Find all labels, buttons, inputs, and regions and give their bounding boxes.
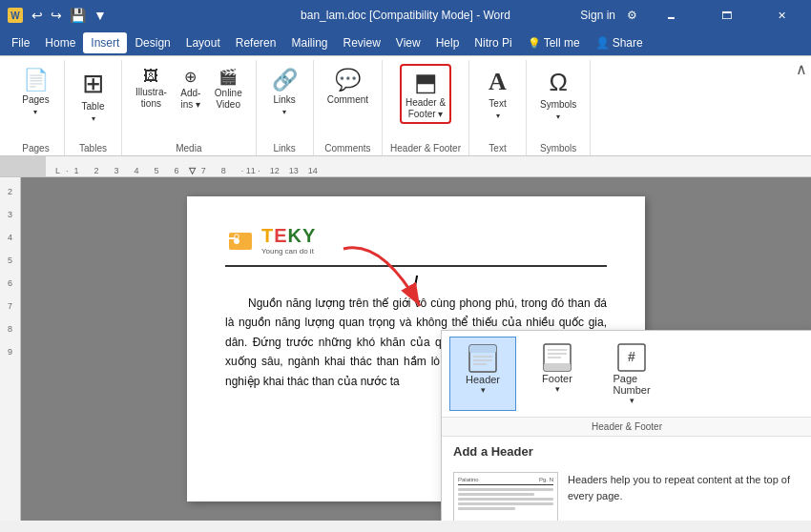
pages-group-label: Pages — [22, 143, 49, 155]
preview-page-num: Pg. N — [539, 477, 553, 482]
page-heading: I — [225, 273, 607, 288]
symbols-button[interactable]: Ω Symbols▾ — [534, 64, 582, 126]
ruler-11: · 11 · — [241, 166, 260, 175]
header-footer-dropdown: Header ▾ Footer ▾ # PageNumb — [441, 330, 811, 521]
menu-home[interactable]: Home — [37, 32, 83, 53]
vruler-5: 5 — [8, 256, 12, 265]
page-number-arrow: ▾ — [630, 396, 634, 405]
hf-group-label: Header & Footer — [390, 143, 461, 155]
hf-items: ⬒ Header &Footer ▾ — [400, 60, 451, 143]
pages-button[interactable]: 📄 Pages▾ — [16, 64, 54, 121]
footer-option-icon — [542, 342, 572, 373]
menu-review[interactable]: Review — [335, 32, 387, 53]
ribbon-group-comments: 💬 Comment Comments — [314, 60, 383, 155]
text-icon: A — [489, 68, 507, 96]
header-preview-image: Palatino Pg. N — [453, 472, 558, 521]
menu-design[interactable]: Design — [127, 32, 177, 53]
dropdown-description-area: Palatino Pg. N Headers help you to r — [442, 462, 811, 521]
text-group-label: Text — [489, 143, 506, 155]
teky-name: TEKY Young can do it — [261, 225, 316, 256]
save-button[interactable]: 💾 — [67, 8, 89, 23]
illustrations-group-label: Media — [176, 143, 201, 155]
menu-file[interactable]: File — [4, 32, 37, 53]
comment-button[interactable]: 💬 Comment — [322, 64, 374, 110]
links-items: 🔗 Links▾ — [265, 60, 303, 143]
menu-insert[interactable]: Insert — [83, 32, 127, 53]
teky-k: K — [288, 225, 302, 246]
comments-items: 💬 Comment — [322, 60, 374, 143]
menu-nitro[interactable]: Nitro Pi — [467, 32, 519, 53]
ruler-left-margin — [0, 156, 46, 177]
add-ins-label: Add-ins ▾ — [180, 88, 200, 111]
add-ins-button[interactable]: ⊕ Add-ins ▾ — [175, 64, 207, 114]
dropdown-desc-short: Headers help you to repeat content at th… — [568, 472, 801, 503]
preview-line-5 — [458, 507, 515, 510]
online-video-label: OnlineVideo — [215, 88, 242, 111]
ruler-5: 5 — [155, 166, 159, 175]
footer-option-arrow: ▾ — [555, 384, 560, 394]
menu-share[interactable]: 👤 Share — [588, 32, 651, 53]
svg-text:#: # — [628, 349, 635, 364]
pages-items: 📄 Pages▾ — [16, 60, 54, 143]
ruler-14: 14 — [308, 166, 318, 175]
tables-items: ⊞ Table▾ — [74, 60, 113, 143]
menu-mailing[interactable]: Mailing — [283, 32, 335, 53]
menu-view[interactable]: View — [388, 32, 428, 53]
vruler-3: 3 — [8, 210, 12, 219]
header-footer-label: Header &Footer ▾ — [406, 97, 446, 120]
header-option-arrow: ▾ — [481, 385, 486, 395]
teky-e: E — [274, 225, 287, 246]
symbols-group-label: Symbols — [540, 143, 576, 155]
svg-rect-0 — [229, 233, 252, 250]
text-button[interactable]: A Text▾ — [479, 64, 517, 125]
header-footer-button[interactable]: ⬒ Header &Footer ▾ — [400, 64, 451, 124]
symbols-label: Symbols▾ — [540, 99, 576, 122]
dropdown-title: Add a Header — [442, 437, 811, 462]
close-button[interactable]: ✕ — [759, 0, 803, 31]
table-label: Table▾ — [82, 101, 105, 124]
ruler-dot: · — [66, 166, 69, 175]
pages-icon: 📄 — [23, 68, 49, 92]
table-button[interactable]: ⊞ Table▾ — [74, 64, 113, 128]
preview-header-line: Palatino Pg. N — [458, 477, 553, 485]
page-number-option[interactable]: # PageNumber ▾ — [598, 337, 665, 411]
footer-option-label: Footer — [542, 373, 572, 384]
ruler-12: 12 — [270, 166, 280, 175]
undo-button[interactable]: ↩ — [29, 8, 46, 23]
online-video-button[interactable]: 🎬 OnlineVideo — [209, 64, 248, 114]
dropdown-text-area: Headers help you to repeat content at th… — [568, 472, 801, 521]
header-option[interactable]: Header ▾ — [449, 337, 516, 411]
vruler-7: 7 — [8, 301, 12, 311]
ruler-1: 1 — [74, 166, 79, 175]
menu-help[interactable]: Help — [428, 32, 468, 53]
vruler-4: 4 — [8, 233, 12, 242]
preview-line-1 — [458, 488, 553, 491]
preview-line-4 — [458, 502, 553, 505]
footer-option[interactable]: Footer ▾ — [524, 337, 591, 411]
menu-tell-me[interactable]: 💡 Tell me — [520, 32, 588, 53]
menu-references[interactable]: Referen — [228, 32, 284, 53]
customize-button[interactable]: ▼ — [91, 8, 110, 23]
ribbon-group-header-footer: ⬒ Header &Footer ▾ Header & Footer — [383, 60, 469, 155]
page-divider — [225, 265, 607, 267]
illustrations-button[interactable]: 🖼 Illustra-tions — [130, 64, 173, 113]
illustrations-icon: 🖼 — [143, 68, 158, 85]
vruler-6: 6 — [8, 278, 12, 288]
ribbon-group-links: 🔗 Links▾ Links — [257, 60, 314, 155]
ribbon-group-symbols: Ω Symbols▾ Symbols — [527, 60, 591, 155]
document-area: 2 3 4 5 6 7 8 9 TEKY Young c — [0, 177, 811, 521]
vruler-9: 9 — [8, 347, 12, 357]
ribbon-group-tables: ⊞ Table▾ Tables — [65, 60, 122, 155]
redo-button[interactable]: ↪ — [48, 8, 65, 23]
add-ins-icon: ⊕ — [184, 68, 197, 86]
preview-content: Palatino Pg. N — [454, 473, 557, 521]
maximize-button[interactable]: 🗖 — [704, 0, 748, 31]
preview-spacer — [458, 512, 553, 520]
page-number-label: PageNumber — [613, 373, 650, 396]
ribbon-collapse-button[interactable]: ∧ — [796, 60, 807, 78]
ruler-6: 6 — [175, 166, 179, 175]
links-button[interactable]: 🔗 Links▾ — [265, 64, 303, 121]
menu-layout[interactable]: Layout — [178, 32, 228, 53]
menu-bar: File Home Insert Design Layout Referen M… — [0, 31, 811, 55]
preview-header-text: Palatino — [458, 477, 479, 482]
